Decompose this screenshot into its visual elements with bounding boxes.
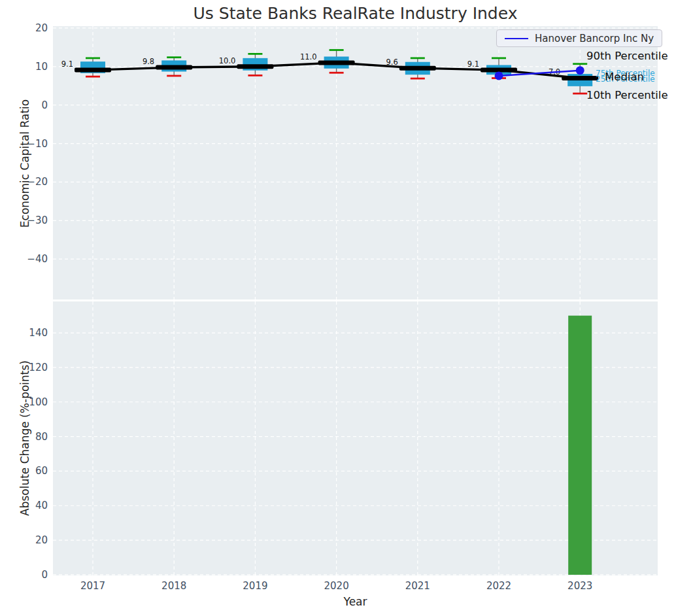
bottom-y-tick-label: 100 [29, 396, 48, 408]
bottom-y-tick-label: 80 [35, 431, 48, 443]
median-bar-2018 [156, 65, 192, 69]
annotation-90th-percentile: 90th Percentile [586, 50, 668, 62]
x-tick-label-2022: 2022 [486, 580, 511, 592]
x-tick-label-2023: 2023 [567, 580, 592, 592]
hanover-dot-2023 [576, 66, 584, 75]
legend-line-icon [505, 38, 528, 39]
bottom-y-tick-label: 20 [35, 534, 48, 546]
legend-box: Hanover Bancorp Inc Ny [496, 29, 662, 47]
bottom-y-tick-label: 40 [35, 500, 48, 511]
median-bar-2019 [237, 64, 273, 69]
figure: 9.19.810.011.09.69.17.020100−10−20−30−40… [0, 0, 676, 616]
median-bar-2021 [399, 66, 436, 71]
x-axis-label: Year [53, 595, 658, 608]
median-bar-2017 [75, 68, 111, 73]
annotation-10th-percentile: 10th Percentile [586, 89, 668, 101]
median-value-label-2019: 10.0 [219, 56, 236, 65]
y-axis-label-top: Economic Capital Ratio [18, 98, 31, 229]
x-tick-label-2019: 2019 [243, 580, 267, 592]
x-tick-label-2017: 2017 [80, 580, 105, 592]
median-bar-2020 [318, 60, 355, 65]
bottom-plot-background [53, 301, 658, 575]
y-axis-label-bottom: Absolute Change (%-points) [18, 347, 31, 530]
median-value-label-2020: 11.0 [300, 52, 317, 61]
chart-canvas: 9.19.810.011.09.69.17.020100−10−20−30−40… [0, 0, 676, 616]
hanover-dot-2022 [495, 71, 503, 80]
median-value-label-2017: 9.1 [61, 60, 73, 69]
top-y-tick-label: 0 [41, 99, 48, 111]
x-tick-label-2021: 2021 [405, 580, 430, 592]
bottom-y-tick-label: 0 [41, 569, 48, 581]
bottom-y-tick-label: 120 [29, 362, 48, 373]
x-tick-label-2018: 2018 [161, 580, 186, 592]
top-y-tick-label: 20 [35, 22, 48, 34]
top-y-tick-label: 10 [35, 61, 48, 73]
chart-title: Us State Banks RealRate Industry Index [53, 4, 658, 23]
annotation-median: Median [605, 71, 644, 83]
change-bar-2023 [568, 316, 592, 575]
median-value-label-2021: 9.6 [386, 58, 398, 67]
top-y-tick-label: −40 [27, 253, 48, 265]
median-value-label-2018: 9.8 [143, 57, 154, 66]
legend-label: Hanover Bancorp Inc Ny [535, 33, 654, 44]
top-plot-background [53, 26, 658, 299]
median-value-label-2022: 9.1 [467, 60, 479, 69]
median-bar-2023 [562, 76, 598, 80]
bottom-y-tick-label: 140 [29, 327, 48, 339]
bottom-y-tick-label: 60 [35, 465, 48, 477]
x-tick-label-2020: 2020 [324, 580, 349, 592]
